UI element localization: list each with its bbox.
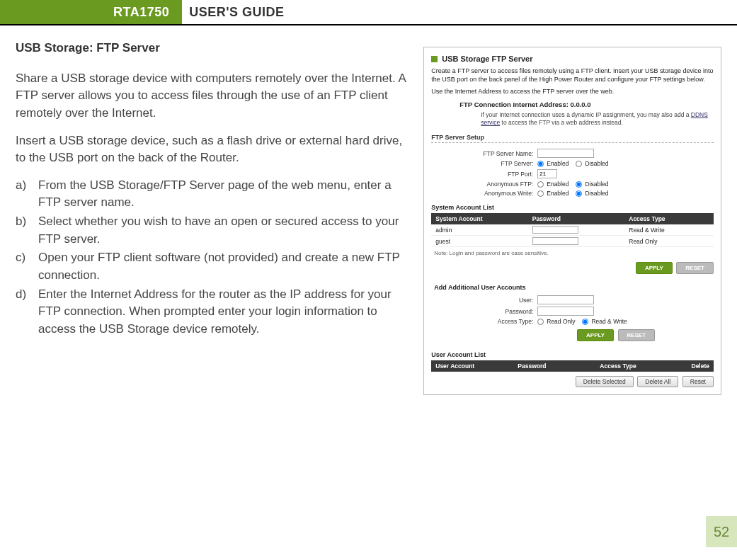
reset-button[interactable]: RESET <box>618 329 656 341</box>
apply-reset-row-2: APPLY RESET <box>431 329 714 341</box>
row-ftp-port: FTP Port: <box>431 169 714 178</box>
apply-button[interactable]: APPLY <box>636 262 673 274</box>
case-sensitive-note: Note: Login and password are case sensit… <box>434 250 714 256</box>
section-title: USB Storage: FTP Server <box>16 40 411 57</box>
cell-password-input[interactable] <box>532 226 578 234</box>
col-delete: Delete <box>668 362 709 370</box>
header-model-badge: RTA1750 <box>0 0 182 24</box>
step-d: d) Enter the Internet Address for the ro… <box>16 286 411 338</box>
system-account-list-head: System Account List <box>431 204 714 211</box>
row-anon-ftp: Anonymous FTP: Enabled Disabled <box>431 181 714 188</box>
sc-title: USB Storage FTP Server <box>442 55 532 63</box>
access-read-write-radio[interactable] <box>582 319 588 325</box>
sc-subtext: Use the Internet Address to access the F… <box>431 88 714 95</box>
row-add-access-type: Access Type: Read Only Read & Write <box>431 318 714 325</box>
system-account-table-head: System Account Password Access Type <box>431 213 714 224</box>
ftp-server-disabled-radio[interactable] <box>576 161 582 167</box>
table-row: admin Read & Write <box>431 224 714 236</box>
ftp-port-label: FTP Port: <box>431 171 537 178</box>
note-part2: to access the FTP via a web address inst… <box>500 119 623 126</box>
cell-account: guest <box>435 238 532 245</box>
cell-access: Read Only <box>629 238 709 245</box>
col-user-account: User Account <box>435 362 518 370</box>
row-anon-write: Anonymous Write: Enabled Disabled <box>431 190 714 197</box>
step-text: Select whether you wish to have an open … <box>38 213 411 248</box>
anon-write-disabled-radio[interactable] <box>576 190 582 197</box>
step-text: Open your FTP client software (not provi… <box>38 249 411 284</box>
anon-write-label: Anonymous Write: <box>431 190 537 197</box>
user-account-table-head: User Account Password Access Type Delete <box>431 360 714 372</box>
read-only-label: Read Only <box>547 318 575 325</box>
add-password-label: Password: <box>431 308 537 315</box>
server-name-input[interactable] <box>537 149 594 158</box>
row-add-user: User: <box>431 295 714 304</box>
delete-all-button[interactable]: Delete All <box>637 376 678 387</box>
user-account-buttons: Delete Selected Delete All Reset <box>431 376 714 387</box>
square-icon <box>431 56 438 62</box>
row-add-password: Password: <box>431 307 714 316</box>
add-access-type-label: Access Type: <box>431 318 537 325</box>
header-guide-title: USER'S GUIDE <box>182 0 284 24</box>
disabled-label: Disabled <box>585 190 608 197</box>
anon-write-enabled-radio[interactable] <box>537 190 544 197</box>
delete-selected-button[interactable]: Delete Selected <box>576 376 634 387</box>
col-password: Password <box>532 215 629 222</box>
sc-title-row: USB Storage FTP Server <box>431 55 714 63</box>
user-account-list-head: User Account List <box>431 351 714 358</box>
add-user-input[interactable] <box>537 295 594 304</box>
anon-ftp-disabled-radio[interactable] <box>576 181 582 188</box>
step-marker: d) <box>16 286 38 338</box>
steps-list: a) From the USB Storage/FTP Server page … <box>16 177 411 338</box>
ftp-server-enabled-radio[interactable] <box>537 161 544 167</box>
enabled-label: Enabled <box>547 181 569 188</box>
cell-password-input[interactable] <box>532 237 578 245</box>
page-number: 52 <box>706 516 737 547</box>
table-row: guest Read Only <box>431 236 714 247</box>
step-marker: a) <box>16 177 38 212</box>
row-ftp-server: FTP Server: Enabled Disabled <box>431 160 714 167</box>
step-marker: c) <box>16 249 38 284</box>
add-user-accounts-head: Add Additional User Accounts <box>434 284 714 291</box>
sc-connection-address: FTP Connection Internet Address: 0.0.0.0 <box>459 101 714 108</box>
router-ui-screenshot: USB Storage FTP Server Create a FTP serv… <box>423 47 721 395</box>
enabled-label: Enabled <box>547 160 569 167</box>
anon-ftp-label: Anonymous FTP: <box>431 181 537 188</box>
intro-paragraph-2: Insert a USB storage device, such as a f… <box>16 132 411 167</box>
read-write-label: Read & Write <box>591 318 627 325</box>
page-header: RTA1750 USER'S GUIDE <box>0 0 737 25</box>
col-password: Password <box>518 362 600 370</box>
access-read-only-radio[interactable] <box>537 319 544 325</box>
sc-connection-note: If your Internet connection uses a dynam… <box>481 111 714 127</box>
apply-button[interactable]: APPLY <box>577 329 614 341</box>
add-password-input[interactable] <box>537 307 594 316</box>
step-a: a) From the USB Storage/FTP Server page … <box>16 177 411 212</box>
step-text: From the USB Storage/FTP Server page of … <box>38 177 411 212</box>
ftp-port-input[interactable] <box>537 169 557 178</box>
note-part1: If your Internet connection uses a dynam… <box>481 111 691 118</box>
enabled-label: Enabled <box>547 190 569 197</box>
step-c: c) Open your FTP client software (not pr… <box>16 249 411 284</box>
step-text: Enter the Internet Address for the route… <box>38 286 411 338</box>
row-server-name: FTP Server Name: <box>431 149 714 158</box>
ftp-server-setup-head: FTP Server Setup <box>431 134 714 143</box>
cell-account: admin <box>435 227 532 234</box>
disabled-label: Disabled <box>585 160 608 167</box>
sc-description: Create a FTP server to access files remo… <box>431 67 714 84</box>
text-column: USB Storage: FTP Server Share a USB stor… <box>16 40 411 395</box>
anon-ftp-enabled-radio[interactable] <box>537 181 544 188</box>
col-system-account: System Account <box>435 215 532 222</box>
cell-access: Read & Write <box>629 227 709 234</box>
ftp-server-label: FTP Server: <box>431 160 537 167</box>
step-marker: b) <box>16 213 38 248</box>
disabled-label: Disabled <box>585 181 608 188</box>
apply-reset-row-1: APPLY RESET <box>431 262 714 274</box>
reset-button[interactable]: RESET <box>676 262 714 274</box>
server-name-label: FTP Server Name: <box>431 150 537 157</box>
reset-button[interactable]: Reset <box>682 376 714 387</box>
step-b: b) Select whether you wish to have an op… <box>16 213 411 248</box>
col-access-type: Access Type <box>629 215 709 222</box>
intro-paragraph-1: Share a USB storage device with computer… <box>16 70 411 122</box>
add-user-label: User: <box>431 297 537 304</box>
page-content: USB Storage: FTP Server Share a USB stor… <box>0 40 737 395</box>
col-access-type: Access Type <box>600 362 668 370</box>
